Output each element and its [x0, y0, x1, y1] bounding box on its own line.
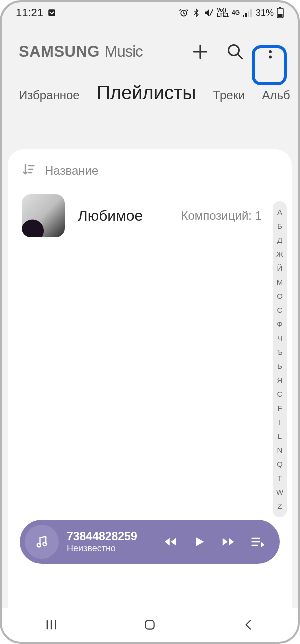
index-letter[interactable]: Ф — [277, 318, 282, 330]
index-letter[interactable]: Ч — [278, 332, 282, 344]
sort-icon — [22, 162, 36, 179]
queue-button[interactable] — [247, 535, 268, 549]
index-letter[interactable]: Ъ — [277, 346, 283, 358]
mute-icon — [204, 8, 214, 18]
playlist-title: Любимое — [78, 207, 168, 224]
status-left: 11:21 — [16, 6, 56, 19]
index-letter[interactable]: C — [278, 388, 283, 400]
home-button[interactable] — [135, 618, 165, 631]
mini-player-artist: Неизвестно — [67, 543, 152, 554]
index-letter[interactable]: Z — [278, 500, 282, 512]
svg-point-13 — [269, 56, 272, 59]
index-letter[interactable]: Д — [278, 234, 282, 246]
sort-label: Название — [45, 164, 98, 178]
index-letter[interactable]: Б — [278, 220, 282, 232]
alarm-icon — [179, 8, 189, 18]
index-letter[interactable]: О — [277, 290, 283, 302]
search-button[interactable] — [225, 41, 246, 62]
chevron-down-icon — [48, 8, 56, 17]
app-header: SAMSUNG Music — [2, 19, 298, 67]
mini-player-info: 73844828259 Неизвестно — [67, 530, 152, 554]
index-scrollbar[interactable]: АБДЖЙМОСФЧЪЬЯCFILNQTWZ — [273, 201, 287, 517]
index-letter[interactable]: W — [276, 486, 284, 498]
tab-albums[interactable]: Альб — [262, 88, 290, 102]
mini-player-art — [25, 525, 59, 559]
status-right: Vo))LTE1 4G 31% — [179, 7, 284, 18]
index-letter[interactable]: М — [277, 276, 284, 288]
index-letter[interactable]: Я — [278, 374, 283, 386]
svg-line-2 — [210, 9, 214, 16]
app-title-name: Music — [105, 43, 143, 60]
signal-icon — [243, 9, 253, 17]
tab-playlists[interactable]: Плейлисты — [97, 82, 196, 104]
index-letter[interactable]: T — [278, 472, 282, 484]
add-button[interactable] — [190, 41, 211, 62]
content-card: Название Любимое Композиций: 1 АБДЖЙМОСФ… — [8, 149, 292, 609]
index-letter[interactable]: Ь — [278, 360, 282, 372]
next-button[interactable] — [218, 534, 239, 549]
index-letter[interactable]: А — [278, 206, 282, 218]
mini-player-title: 73844828259 — [67, 530, 152, 543]
sort-button[interactable]: Название — [8, 162, 292, 189]
app-title: SAMSUNG Music — [19, 43, 143, 61]
play-button[interactable] — [189, 535, 210, 549]
tab-bar: Избранное Плейлисты Треки Альб — [2, 67, 298, 118]
recents-button[interactable] — [36, 618, 66, 632]
svg-rect-6 — [250, 9, 252, 17]
index-letter[interactable]: N — [278, 444, 283, 456]
device-frame: 11:21 Vo))LTE1 4G 31% — [0, 0, 300, 644]
tab-favorites[interactable]: Избранное — [19, 88, 80, 102]
index-letter[interactable]: F — [278, 402, 282, 414]
index-letter[interactable]: I — [279, 416, 281, 428]
playlist-item[interactable]: Любимое Композиций: 1 — [8, 189, 292, 242]
svg-rect-4 — [246, 13, 247, 17]
index-letter[interactable]: L — [278, 430, 282, 442]
svg-rect-5 — [248, 11, 250, 17]
svg-point-14 — [38, 544, 41, 547]
more-button[interactable] — [260, 41, 281, 62]
header-actions — [190, 41, 281, 62]
svg-rect-8 — [280, 7, 282, 8]
bluetooth-icon — [192, 8, 201, 18]
mini-player[interactable]: 73844828259 Неизвестно — [20, 520, 280, 564]
svg-rect-3 — [243, 15, 244, 17]
svg-rect-16 — [146, 620, 154, 629]
svg-point-15 — [43, 542, 46, 546]
index-letter[interactable]: С — [278, 304, 283, 316]
system-nav-bar — [2, 608, 298, 642]
playlist-artwork — [22, 194, 65, 237]
index-letter[interactable]: Ж — [276, 248, 284, 260]
playlist-meta: Композиций: 1 — [181, 209, 262, 223]
status-bar: 11:21 Vo))LTE1 4G 31% — [2, 2, 298, 19]
battery-icon — [277, 7, 284, 18]
svg-point-12 — [269, 50, 272, 53]
back-button[interactable] — [234, 618, 264, 631]
index-letter[interactable]: Q — [277, 458, 283, 470]
prev-button[interactable] — [160, 534, 181, 549]
index-letter[interactable]: Й — [278, 262, 283, 274]
status-time: 11:21 — [16, 6, 44, 19]
app-title-brand: SAMSUNG — [19, 43, 100, 60]
network-icon: 4G — [232, 9, 240, 16]
svg-rect-0 — [48, 9, 56, 16]
volte-icon: Vo))LTE1 — [217, 8, 229, 18]
svg-rect-9 — [278, 14, 283, 17]
tab-tracks[interactable]: Треки — [214, 88, 246, 102]
battery-text: 31% — [256, 8, 274, 18]
svg-point-11 — [269, 45, 272, 48]
